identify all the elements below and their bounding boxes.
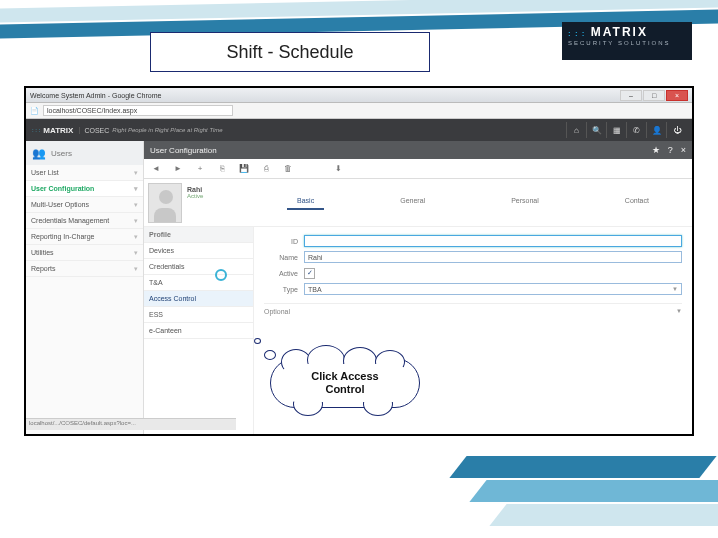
- tab-basic[interactable]: Basic: [287, 193, 324, 210]
- prev-button[interactable]: ◄: [150, 163, 162, 175]
- user-summary-left: Rahi Active: [144, 179, 254, 226]
- nav-credentials-management[interactable]: Credentials Management▾: [26, 213, 143, 229]
- product-tagline: Right People in Right Place at Right Tim…: [112, 127, 222, 133]
- cloud-tail-icon: [264, 350, 276, 360]
- download-button[interactable]: ⬇: [332, 163, 344, 175]
- sub-ess[interactable]: ESS: [144, 307, 253, 323]
- nav-utilities[interactable]: Utilities▾: [26, 245, 143, 261]
- callout: Click Access Control: [270, 358, 438, 420]
- copy-button[interactable]: ⎘: [216, 163, 228, 175]
- sub-ta[interactable]: T&A: [144, 275, 253, 291]
- users-icon: 👥: [32, 147, 46, 160]
- panel-close-icon[interactable]: ×: [681, 145, 686, 155]
- help-icon[interactable]: ?: [668, 145, 673, 155]
- status-url: localhost/.../COSEC/default.aspx?loc=...: [29, 420, 136, 426]
- detail-tabs: Basic General Personal Contact: [254, 179, 692, 226]
- power-icon[interactable]: ⏻: [666, 122, 686, 138]
- phone-icon[interactable]: ✆: [626, 122, 646, 138]
- tab-contact[interactable]: Contact: [615, 193, 659, 208]
- search-icon[interactable]: 🔍: [586, 122, 606, 138]
- chevron-down-icon: ▼: [672, 286, 678, 292]
- avatar: [148, 183, 182, 223]
- address-bar-row: 📄 localhost/COSEC/Index.aspx: [26, 103, 692, 119]
- nav-reports[interactable]: Reports▾: [26, 261, 143, 277]
- close-button[interactable]: ×: [666, 90, 688, 101]
- sidebar-header-label: Users: [51, 149, 72, 158]
- sub-e-canteen[interactable]: e-Canteen: [144, 323, 253, 339]
- chevron-icon: ▾: [134, 185, 138, 193]
- logo-subtext: SECURITY SOLUTIONS: [568, 40, 686, 46]
- panel-header-actions: ★ ? ×: [652, 145, 686, 155]
- chevron-icon: ▾: [134, 233, 138, 241]
- nav-multi-user-options[interactable]: Multi-User Options▾: [26, 197, 143, 213]
- left-sidebar: 👥 Users User List▾ User Configuration▾ M…: [26, 141, 144, 434]
- save-button[interactable]: 💾: [238, 163, 250, 175]
- cloud-callout: Click Access Control: [270, 358, 420, 408]
- type-label: Type: [264, 286, 298, 293]
- type-select[interactable]: TBA ▼: [304, 283, 682, 295]
- nav-user-configuration[interactable]: User Configuration▾: [26, 181, 143, 197]
- address-bar[interactable]: localhost/COSEC/Index.aspx: [43, 105, 233, 116]
- tab-personal[interactable]: Personal: [501, 193, 549, 208]
- sub-credentials[interactable]: Credentials: [144, 259, 253, 275]
- slide-bottom-decoration: [418, 443, 718, 538]
- user-info: Rahi Active: [187, 183, 203, 222]
- row-name: Name Rahi: [264, 249, 682, 265]
- nav-reporting-in-charge[interactable]: Reporting In-Charge▾: [26, 229, 143, 245]
- sub-nav: Profile Devices Credentials T&A Access C…: [144, 227, 254, 434]
- sidebar-header: 👥 Users: [26, 141, 143, 165]
- star-icon[interactable]: ★: [652, 145, 660, 155]
- sub-access-control[interactable]: Access Control: [144, 291, 253, 307]
- add-button[interactable]: +: [194, 163, 206, 175]
- slide-title-box: Shift - Schedule: [150, 32, 430, 72]
- maximize-button[interactable]: □: [643, 90, 665, 101]
- delete-button[interactable]: 🗑: [282, 163, 294, 175]
- chevron-icon: ▾: [134, 249, 138, 257]
- grid-icon[interactable]: ▦: [606, 122, 626, 138]
- header-actions: ⌂ 🔍 ▦ ✆ 👤 ⏻: [566, 122, 686, 138]
- home-icon[interactable]: ⌂: [566, 122, 586, 138]
- callout-text: Click Access Control: [278, 364, 411, 402]
- panel-toolbar: ◄ ► + ⎘ 💾 ⎙ 🗑 ⬇: [144, 159, 692, 179]
- print-button[interactable]: ⎙: [260, 163, 272, 175]
- next-button[interactable]: ►: [172, 163, 184, 175]
- row-type: Type TBA ▼: [264, 281, 682, 297]
- user-status: Active: [187, 193, 203, 199]
- window-buttons: – □ ×: [620, 90, 688, 101]
- name-input[interactable]: Rahi: [304, 251, 682, 263]
- nav-user-list[interactable]: User List▾: [26, 165, 143, 181]
- chevron-icon: ▾: [134, 169, 138, 177]
- active-label: Active: [264, 270, 298, 277]
- chevron-icon: ▾: [134, 201, 138, 209]
- logo-dots: : : :: [568, 29, 585, 38]
- id-input[interactable]: [304, 235, 682, 247]
- user-summary-row: Rahi Active Basic General Personal Conta…: [144, 179, 692, 227]
- app-header: : : : MATRIX COSEC Right People in Right…: [26, 119, 692, 141]
- sub-devices[interactable]: Devices: [144, 243, 253, 259]
- chevron-icon: ▾: [134, 217, 138, 225]
- browser-status-bar: localhost/.../COSEC/default.aspx?loc=...: [26, 418, 236, 430]
- panel-title: User Configuration: [150, 146, 217, 155]
- id-label: ID: [264, 238, 298, 245]
- browser-window-title: Welcome System Admin - Google Chrome: [30, 92, 161, 99]
- browser-titlebar: Welcome System Admin - Google Chrome – □…: [26, 88, 692, 103]
- tab-general[interactable]: General: [390, 193, 435, 208]
- page-icon: 📄: [30, 107, 39, 115]
- name-label: Name: [264, 254, 298, 261]
- optional-section: Optional ▼: [264, 303, 682, 315]
- row-active: Active ✓: [264, 265, 682, 281]
- brand-name: MATRIX: [43, 126, 73, 135]
- minimize-button[interactable]: –: [620, 90, 642, 101]
- panel-header: User Configuration ★ ? ×: [144, 141, 692, 159]
- user-name: Rahi: [187, 186, 203, 193]
- active-checkbox[interactable]: ✓: [304, 268, 315, 279]
- app-brand: : : : MATRIX COSEC Right People in Right…: [32, 126, 223, 135]
- highlight-circle-icon: [215, 269, 227, 281]
- product-name: COSEC: [79, 127, 109, 134]
- sub-head-profile: Profile: [144, 227, 253, 243]
- address-url: localhost/COSEC/Index.aspx: [47, 107, 137, 114]
- user-icon[interactable]: 👤: [646, 122, 666, 138]
- row-id: ID: [264, 233, 682, 249]
- chevron-down-icon: ▼: [676, 308, 682, 314]
- slide-title: Shift - Schedule: [226, 42, 353, 63]
